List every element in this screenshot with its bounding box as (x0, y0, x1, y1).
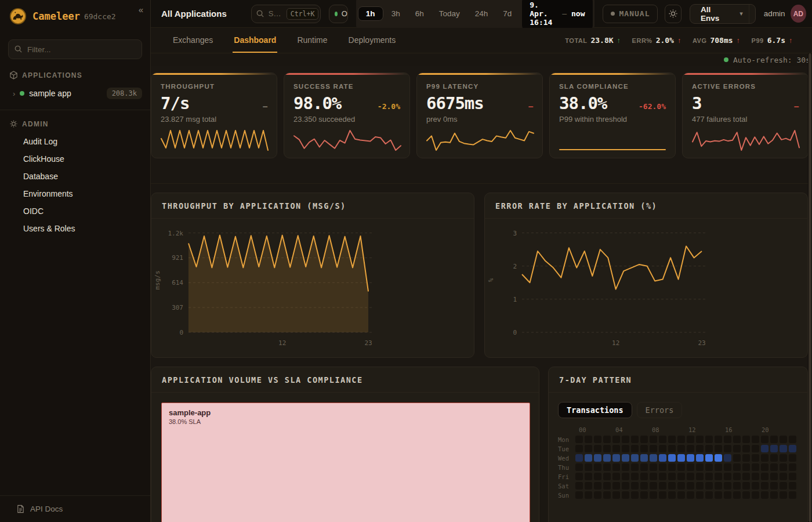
heatmap-cell[interactable] (780, 436, 787, 443)
heatmap-cell[interactable] (742, 436, 750, 443)
heatmap-cell[interactable] (650, 463, 657, 471)
theme-toggle-button[interactable] (665, 5, 681, 23)
heatmap-cell[interactable] (575, 454, 583, 462)
heatmap-cell[interactable] (631, 491, 639, 499)
heatmap-cell[interactable] (724, 454, 731, 462)
heatmap-cell[interactable] (659, 454, 666, 462)
heatmap-cell[interactable] (780, 491, 787, 499)
heatmap-cell[interactable] (742, 463, 750, 471)
manual-mode-button[interactable]: MANUAL (603, 5, 658, 23)
heatmap-cell[interactable] (752, 463, 759, 471)
heatmap-cell[interactable] (659, 473, 666, 480)
heatmap-cell[interactable] (585, 463, 592, 471)
heatmap-cell[interactable] (603, 436, 611, 443)
heatmap-cell[interactable] (640, 482, 648, 490)
heatmap-cell[interactable] (603, 473, 611, 480)
sidebar-item-audit-log[interactable]: Audit Log (0, 133, 150, 150)
heatmap-cell[interactable] (612, 445, 620, 452)
heatmap-cell[interactable] (696, 473, 704, 480)
sidebar-item-sample-app[interactable]: › sample app 208.3k (0, 84, 150, 103)
heatmap-cell[interactable] (603, 491, 611, 499)
heatmap-cell[interactable] (575, 491, 583, 499)
heatmap-cell[interactable] (640, 473, 648, 480)
heatmap-cell[interactable] (622, 473, 629, 480)
heatmap-cell[interactable] (677, 463, 685, 471)
heatmap-cell[interactable] (733, 482, 741, 490)
custom-range-display[interactable]: 9. Apr. 16:14 – now (522, 0, 592, 30)
search-input[interactable] (269, 9, 282, 18)
heatmap-cell[interactable] (733, 473, 741, 480)
heatmap-cell[interactable] (687, 473, 694, 480)
heatmap-cell[interactable] (724, 473, 731, 480)
heatmap-cell[interactable] (742, 445, 750, 452)
heatmap-cell[interactable] (724, 482, 731, 490)
heatmap-cell[interactable] (789, 482, 796, 490)
heatmap-cell[interactable] (687, 491, 694, 499)
sidebar-item-clickhouse[interactable]: ClickHouse (0, 150, 150, 168)
heatmap-cell[interactable] (715, 463, 722, 471)
heatmap-cell[interactable] (668, 491, 676, 499)
heatmap-cell[interactable] (622, 445, 629, 452)
heatmap-cell[interactable] (770, 454, 778, 462)
heatmap-cell[interactable] (575, 445, 583, 452)
heatmap-cell[interactable] (575, 482, 583, 490)
heatmap-cell[interactable] (575, 473, 583, 480)
heatmap-cell[interactable] (575, 463, 583, 471)
heatmap-cell[interactable] (696, 482, 704, 490)
heatmap-cell[interactable] (594, 454, 601, 462)
treemap-tile-sample-app[interactable]: sample-app 38.0% SLA (161, 403, 530, 522)
heatmap-cell[interactable] (724, 436, 731, 443)
heatmap-cell[interactable] (612, 454, 620, 462)
heatmap-cell[interactable] (780, 445, 787, 452)
heatmap-cell[interactable] (677, 445, 685, 452)
heatmap-cell[interactable] (687, 445, 694, 452)
heatmap-cell[interactable] (677, 482, 685, 490)
heatmap-cell[interactable] (650, 491, 657, 499)
vertical-scrollbar[interactable] (808, 53, 812, 522)
heatmap-cell[interactable] (631, 473, 639, 480)
range-7d[interactable]: 7d (496, 6, 519, 21)
heatmap-cell[interactable] (761, 463, 768, 471)
heatmap-cell[interactable] (696, 445, 704, 452)
api-docs-link[interactable]: API Docs (0, 495, 150, 522)
heatmap-cell[interactable] (696, 436, 704, 443)
heatmap-cell[interactable] (705, 491, 713, 499)
heatmap-cell[interactable] (668, 454, 676, 462)
heatmap-cell[interactable] (677, 491, 685, 499)
heatmap-cell[interactable] (724, 445, 731, 452)
heatmap-cell[interactable] (640, 491, 648, 499)
heatmap-cell[interactable] (631, 482, 639, 490)
heatmap-cell[interactable] (668, 482, 676, 490)
heatmap-cell[interactable] (742, 454, 750, 462)
heatmap-cell[interactable] (733, 436, 741, 443)
expand-chevron-icon[interactable]: › (13, 89, 15, 98)
heatmap-cell[interactable] (742, 491, 750, 499)
heatmap-cell[interactable] (761, 454, 768, 462)
heatmap-cell[interactable] (585, 445, 592, 452)
heatmap-cell[interactable] (659, 445, 666, 452)
heatmap-cell[interactable] (668, 436, 676, 443)
heatmap-cell[interactable] (650, 473, 657, 480)
heatmap-cell[interactable] (715, 445, 722, 452)
pattern-tab-transactions[interactable]: Transactions (558, 402, 632, 418)
heatmap-cell[interactable] (650, 482, 657, 490)
heatmap-cell[interactable] (631, 436, 639, 443)
heatmap-cell[interactable] (705, 482, 713, 490)
heatmap-cell[interactable] (752, 473, 759, 480)
range-3h[interactable]: 3h (385, 6, 407, 21)
range-6h[interactable]: 6h (408, 6, 431, 21)
environment-select[interactable]: All Envs ▾ (690, 4, 756, 24)
heatmap-cell[interactable] (789, 473, 796, 480)
heatmap-cell[interactable] (770, 463, 778, 471)
sidebar-item-database[interactable]: Database (0, 168, 150, 185)
heatmap-cell[interactable] (594, 463, 601, 471)
heatmap-cell[interactable] (585, 454, 592, 462)
sidebar-item-oidc[interactable]: OIDC (0, 202, 150, 220)
heatmap-cell[interactable] (696, 463, 704, 471)
heatmap-cell[interactable] (603, 482, 611, 490)
range-24h[interactable]: 24h (468, 6, 495, 21)
avatar[interactable]: AD (791, 5, 806, 23)
heatmap-cell[interactable] (687, 454, 694, 462)
range-today[interactable]: Today (432, 6, 467, 21)
heatmap-cell[interactable] (677, 473, 685, 480)
